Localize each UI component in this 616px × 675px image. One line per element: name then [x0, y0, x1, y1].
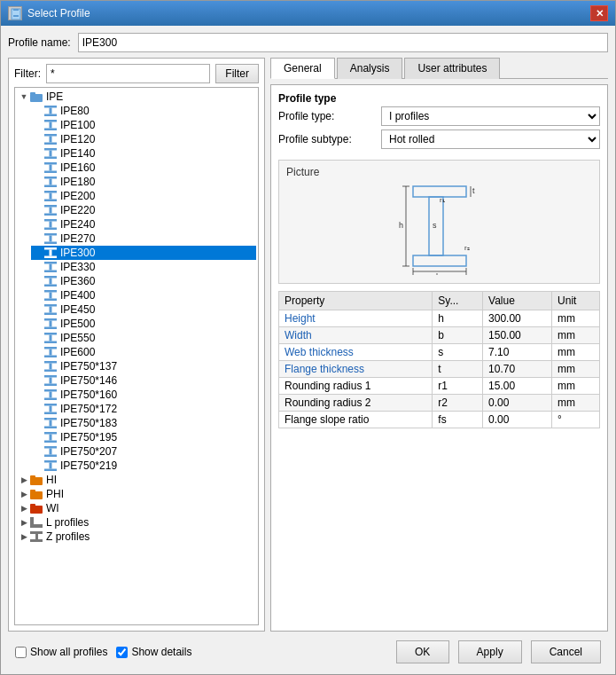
svg-rect-33: [50, 236, 52, 242]
list-item[interactable]: IPE120: [31, 132, 256, 146]
list-item-selected[interactable]: IPE300: [31, 246, 256, 260]
item-text: IPE750*146: [60, 374, 117, 387]
list-item[interactable]: IPE240: [31, 217, 256, 232]
list-item[interactable]: IPE200: [31, 189, 256, 203]
list-item[interactable]: IPE160: [31, 161, 256, 175]
wi-label: WI: [46, 502, 59, 514]
list-item[interactable]: IPE180: [31, 175, 256, 189]
list-item[interactable]: IPE750*172: [31, 402, 256, 416]
list-item[interactable]: IPE360: [31, 274, 256, 288]
tab-bar: General Analysis User attributes: [270, 58, 608, 79]
tree-item-zprofiles[interactable]: ▶ Z profiles: [17, 530, 256, 544]
list-item[interactable]: IPE270: [31, 232, 256, 246]
ipe400-icon: [43, 289, 58, 302]
svg-text:r₂: r₂: [464, 244, 470, 252]
tree-item-ipe[interactable]: ▼ IPE: [17, 90, 256, 104]
tab-analysis[interactable]: Analysis: [337, 58, 403, 79]
item-text: IPE100: [60, 119, 95, 131]
ipe140-icon: [43, 147, 58, 160]
svg-rect-7: [44, 114, 57, 117]
svg-rect-2: [13, 15, 19, 17]
prop-value: 7.10: [483, 344, 552, 361]
main-split: Filter: Filter ▼: [8, 58, 608, 632]
list-item[interactable]: IPE330: [31, 260, 256, 274]
list-item[interactable]: IPE400: [31, 288, 256, 302]
list-item[interactable]: IPE750*137: [31, 359, 256, 373]
svg-text:s: s: [433, 221, 437, 230]
list-item[interactable]: IPE450: [31, 302, 256, 317]
prop-symbol: r1: [433, 378, 483, 395]
ipe100-icon: [43, 119, 58, 131]
tree-item-hi[interactable]: ▶ HI: [17, 473, 256, 487]
cancel-button[interactable]: Cancel: [531, 640, 601, 663]
ipe-folder-icon: [29, 90, 43, 103]
show-details-label[interactable]: Show details: [131, 646, 191, 658]
svg-rect-23: [44, 191, 57, 193]
list-item[interactable]: IPE550: [31, 331, 256, 345]
svg-rect-20: [44, 177, 57, 179]
bottom-bar: Show all profiles Show details OK Apply …: [8, 637, 608, 667]
tree-group-phi: ▶ PHI: [17, 487, 256, 501]
profile-subtype-select[interactable]: Hot rolled: [381, 130, 600, 149]
tab-general[interactable]: General: [270, 58, 335, 79]
tree-item-phi[interactable]: ▶ PHI: [17, 487, 256, 501]
list-item[interactable]: IPE750*195: [31, 430, 256, 444]
tab-user-attributes[interactable]: User attributes: [404, 58, 500, 79]
list-item[interactable]: IPE220: [31, 203, 256, 217]
item-text: IPE750*219: [60, 459, 117, 472]
tree-item-lprofiles[interactable]: ▶ L profiles: [17, 515, 256, 530]
svg-rect-67: [44, 398, 57, 401]
ipe-children: IPE80 IPE100 IPE12: [17, 104, 256, 473]
item-text: IPE450: [60, 303, 95, 316]
col-property: Property: [279, 292, 433, 310]
ipe750-219-icon: [43, 459, 58, 472]
ipe750-160-icon: [43, 389, 58, 401]
list-item[interactable]: IPE750*146: [31, 373, 256, 388]
list-item[interactable]: IPE140: [31, 146, 256, 161]
col-unit: Unit: [552, 292, 600, 310]
svg-rect-92: [35, 534, 38, 539]
filter-input[interactable]: [46, 64, 210, 83]
window-title: Select Profile: [27, 7, 90, 20]
list-item[interactable]: IPE750*219: [31, 459, 256, 473]
filter-button[interactable]: Filter: [215, 64, 259, 83]
show-all-profiles-label[interactable]: Show all profiles: [30, 646, 107, 658]
apply-button[interactable]: Apply: [458, 640, 522, 663]
profile-name-row: Profile name:: [8, 33, 608, 52]
svg-rect-70: [44, 412, 57, 415]
list-item[interactable]: IPE750*160: [31, 388, 256, 402]
right-panel: General Analysis User attributes Profile…: [270, 58, 608, 632]
list-item[interactable]: IPE100: [31, 118, 256, 132]
table-row: Rounding radius 1 r1 15.00 mm: [279, 378, 600, 395]
svg-rect-48: [50, 307, 52, 313]
tree-container[interactable]: ▼ IPE: [14, 87, 259, 625]
profile-type-label: Profile type:: [278, 110, 376, 122]
profile-type-select[interactable]: I profiles: [381, 106, 600, 126]
show-details-checkbox[interactable]: [116, 647, 128, 658]
ok-button[interactable]: OK: [396, 640, 449, 663]
svg-rect-42: [50, 279, 52, 285]
ipe240-icon: [43, 218, 58, 231]
svg-rect-54: [50, 335, 52, 341]
list-item[interactable]: IPE750*183: [31, 416, 256, 430]
list-item[interactable]: IPE750*207: [31, 444, 256, 459]
svg-rect-32: [44, 233, 57, 236]
profile-name-input[interactable]: [78, 33, 608, 52]
svg-rect-88: [30, 504, 35, 506]
svg-rect-5: [44, 106, 57, 108]
show-all-profiles-checkbox[interactable]: [15, 647, 27, 658]
col-symbol: Sy...: [433, 292, 483, 310]
item-text: IPE550: [60, 332, 95, 344]
svg-rect-31: [44, 228, 57, 231]
close-button[interactable]: ✕: [590, 5, 608, 21]
svg-rect-29: [44, 219, 57, 222]
tree-item-wi[interactable]: ▶ WI: [17, 501, 256, 515]
list-item[interactable]: IPE500: [31, 317, 256, 331]
svg-rect-55: [44, 341, 57, 344]
svg-rect-80: [44, 460, 57, 463]
list-item[interactable]: IPE600: [31, 345, 256, 359]
prop-unit: °: [552, 412, 600, 428]
content-area: Profile name: Filter: Filter ▼: [1, 26, 615, 674]
list-item[interactable]: IPE80: [31, 104, 256, 118]
phi-icon: [29, 488, 43, 500]
